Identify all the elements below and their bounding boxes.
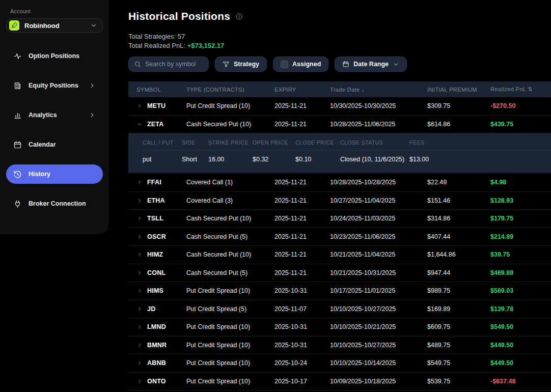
detail-column-strike-price: STRIKE PRICE bbox=[208, 139, 253, 146]
strategy-filter-button[interactable]: Strategy bbox=[215, 57, 267, 72]
chevron-right-icon bbox=[136, 378, 143, 384]
type-cell: Put Credit Spread (10) bbox=[186, 378, 274, 385]
trade-date-cell: 10/30/2025-10/30/2025 bbox=[330, 102, 427, 109]
assigned-checkbox[interactable] bbox=[281, 61, 288, 68]
table-row-TSLL[interactable]: TSLLCash Secured Put (10)2025-11-2110/24… bbox=[128, 210, 551, 228]
sidebar-item-equity-positions[interactable]: Equity Positions bbox=[6, 76, 103, 95]
table-row-ABNB[interactable]: ABNBPut Credit Spread (10)2025-10-2410/1… bbox=[128, 354, 551, 373]
chevron-down-icon bbox=[90, 22, 97, 29]
table-row-JD[interactable]: JDPut Credit Spread (5)2025-11-0710/10/2… bbox=[128, 300, 551, 319]
date-range-button[interactable]: Date Range bbox=[335, 57, 407, 72]
trade-date-cell: 10/24/2025-11/03/2025 bbox=[330, 215, 427, 222]
chevron-right-icon bbox=[136, 324, 143, 330]
type-cell: Put Credit Spread (10) bbox=[186, 102, 274, 109]
assigned-filter-button[interactable]: Assigned bbox=[273, 57, 328, 72]
table-row-FFAI[interactable]: FFAICovered Call (1)2025-11-2110/28/2025… bbox=[128, 174, 551, 192]
expiry-cell: 2025-11-21 bbox=[274, 251, 330, 258]
column-header-initial-premium[interactable]: INITIAL PREMIUM bbox=[427, 87, 490, 93]
column-header-realized-pnl-[interactable]: Realized PnL ⇅ bbox=[490, 86, 551, 93]
table-row-CONL[interactable]: CONLCash Secured Put (5)2025-11-2110/21/… bbox=[128, 264, 551, 283]
symbol-cell: ETHA bbox=[128, 197, 186, 204]
chevron-right-icon bbox=[89, 82, 96, 89]
detail-column-side: SIDE bbox=[182, 139, 208, 146]
premium-cell: $151.46 bbox=[427, 197, 490, 204]
calendar-icon bbox=[342, 61, 349, 68]
realized-pnl-cell: -$637.48 bbox=[490, 378, 551, 385]
expiry-cell: 2025-10-31 bbox=[274, 323, 330, 330]
table-row-ZETA[interactable]: ZETACash Secured Put (10)2025-11-2110/28… bbox=[128, 116, 551, 134]
symbol-cell: LMND bbox=[128, 323, 186, 330]
table-row-METU[interactable]: METUPut Credit Spread (10)2025-11-2110/3… bbox=[128, 97, 551, 116]
info-icon[interactable] bbox=[235, 13, 243, 20]
plug-icon bbox=[13, 200, 22, 208]
sidebar-item-analytics[interactable]: Analytics bbox=[6, 105, 103, 125]
realized-pnl-cell: $569.03 bbox=[490, 287, 551, 294]
symbol-text: BMNR bbox=[147, 342, 167, 349]
symbol-text: ONTO bbox=[147, 378, 166, 385]
sidebar: Account Robinhood Option PositionsEquity… bbox=[0, 0, 109, 234]
table-row-BMNR[interactable]: BMNRPut Credit Spread (10)2025-10-3110/1… bbox=[128, 337, 551, 355]
main-content: Historical Positions Total Strategies: 5… bbox=[128, 0, 551, 392]
realized-pnl-cell: $128.93 bbox=[490, 197, 551, 204]
expiry-cell: 2025-10-24 bbox=[274, 359, 330, 367]
chevron-right-icon bbox=[136, 360, 143, 366]
realized-pnl-cell: $439.75 bbox=[490, 121, 551, 128]
bar-chart-icon bbox=[13, 111, 22, 120]
sidebar-item-calendar[interactable]: Calendar bbox=[6, 135, 103, 154]
symbol-cell: METU bbox=[128, 102, 186, 109]
trade-date-cell: 10/10/2025-10/21/2025 bbox=[330, 323, 427, 330]
trade-date-cell: 10/28/2025-10/28/2025 bbox=[330, 179, 427, 186]
symbol-text: FFAI bbox=[147, 179, 161, 186]
realized-pnl-cell: -$270.50 bbox=[490, 102, 551, 109]
page-title: Historical Positions bbox=[128, 10, 230, 22]
column-header-type-contracts-: TYPE (CONTRACTS) bbox=[186, 87, 274, 93]
type-cell: Put Credit Spread (10) bbox=[186, 342, 274, 349]
account-selector[interactable]: Robinhood bbox=[6, 18, 103, 33]
table-row-HIMZ[interactable]: HIMZCash Secured Put (10)2025-11-2110/21… bbox=[128, 246, 551, 264]
type-cell: Covered Call (1) bbox=[186, 179, 274, 186]
sidebar-item-option-positions[interactable]: Option Positions bbox=[6, 46, 103, 66]
table-row-ETHA[interactable]: ETHACovered Call (3)2025-11-2110/27/2025… bbox=[128, 192, 551, 210]
type-cell: Cash Secured Put (5) bbox=[186, 269, 274, 276]
positions-table-body: METUPut Credit Spread (10)2025-11-2110/3… bbox=[128, 97, 551, 390]
realized-pnl-cell: $4.98 bbox=[490, 179, 551, 186]
table-row-OSCR[interactable]: OSCRCash Secured Put (5)2025-11-2110/23/… bbox=[128, 228, 551, 246]
sidebar-item-history[interactable]: History bbox=[6, 164, 103, 184]
search-input[interactable] bbox=[145, 61, 203, 68]
column-header-trade-date-[interactable]: Trade Date ↓ bbox=[330, 87, 427, 93]
realized-pnl-cell: $214.89 bbox=[490, 233, 551, 240]
chevron-right-icon bbox=[136, 270, 143, 276]
document-icon bbox=[13, 81, 22, 90]
symbol-cell: HIMS bbox=[128, 287, 186, 294]
expiry-cell: 2025-11-21 bbox=[274, 121, 330, 128]
account-label: Account bbox=[6, 0, 103, 18]
sidebar-item-label: Analytics bbox=[29, 111, 82, 119]
premium-cell: $22.49 bbox=[427, 179, 490, 186]
chevron-right-icon bbox=[136, 215, 143, 221]
chevron-down-icon bbox=[136, 121, 143, 127]
chevron-right-icon bbox=[136, 198, 143, 204]
table-row-LMND[interactable]: LMNDPut Credit Spread (10)2025-10-3110/1… bbox=[128, 318, 551, 337]
table-row-HIMS[interactable]: HIMSPut Credit Spread (10)2025-10-3110/1… bbox=[128, 282, 551, 300]
expiry-cell: 2025-11-21 bbox=[274, 179, 330, 186]
expiry-cell: 2025-10-17 bbox=[274, 378, 330, 385]
table-row-ONTO[interactable]: ONTOPut Credit Spread (10)2025-10-1710/0… bbox=[128, 373, 551, 391]
sidebar-nav: Option PositionsEquity PositionsAnalytic… bbox=[6, 46, 103, 213]
symbol-text: METU bbox=[147, 102, 166, 109]
expiry-cell: 2025-11-21 bbox=[274, 269, 330, 276]
premium-cell: $489.75 bbox=[427, 342, 490, 349]
column-header-expiry: EXPIRY bbox=[274, 87, 330, 93]
sidebar-item-broker-connection[interactable]: Broker Connection bbox=[6, 194, 103, 213]
detail-value-close-price: $0.10 bbox=[295, 156, 340, 163]
symbol-search[interactable] bbox=[128, 57, 209, 72]
type-cell: Cash Secured Put (10) bbox=[186, 121, 274, 128]
sidebar-item-label: Broker Connection bbox=[29, 200, 96, 207]
symbol-text: ETHA bbox=[147, 197, 165, 204]
expiry-cell: 2025-11-07 bbox=[274, 305, 330, 313]
type-cell: Cash Secured Put (5) bbox=[186, 233, 274, 240]
trade-date-cell: 10/10/2025-10/14/2025 bbox=[330, 359, 427, 367]
symbol-cell: ABNB bbox=[128, 359, 186, 367]
expiry-cell: 2025-11-21 bbox=[274, 215, 330, 222]
trade-date-cell: 10/21/2025-11/04/2025 bbox=[330, 251, 427, 258]
symbol-cell: ZETA bbox=[128, 121, 186, 128]
